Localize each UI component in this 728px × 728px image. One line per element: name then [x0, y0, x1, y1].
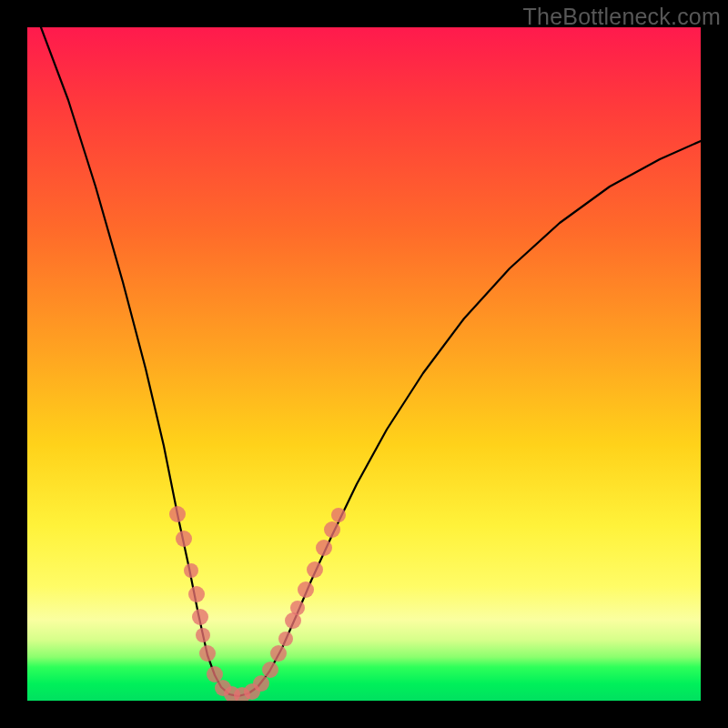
bead [184, 563, 198, 578]
bead [270, 645, 287, 662]
bead [290, 601, 305, 615]
bead [331, 508, 346, 522]
watermark-text: TheBottleneck.com [523, 4, 721, 30]
bead [192, 609, 208, 625]
bead [307, 561, 323, 578]
curve-path [41, 27, 701, 696]
bead [176, 531, 192, 547]
bead [196, 628, 210, 642]
bead [324, 521, 340, 538]
plot-area [27, 27, 701, 701]
bead [316, 540, 332, 556]
bead [207, 666, 223, 682]
bead [199, 645, 216, 662]
bead [262, 662, 278, 678]
bottleneck-curve [27, 27, 701, 701]
bead [278, 632, 293, 646]
bead [169, 506, 186, 522]
bead [188, 586, 205, 602]
bead [298, 581, 314, 598]
chart-frame: TheBottleneck.com [0, 0, 728, 728]
bead [253, 675, 269, 692]
